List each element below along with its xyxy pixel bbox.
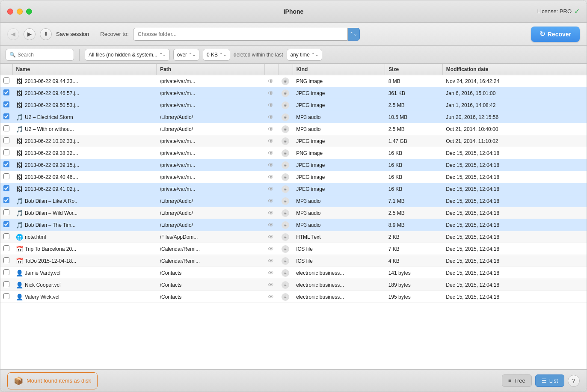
col-header-size[interactable]: Size [385, 64, 443, 75]
download-button[interactable]: ⬇ [40, 28, 52, 40]
row-checkbox[interactable] [3, 221, 9, 227]
hash-icon[interactable]: # [282, 221, 289, 229]
preview-icon[interactable]: 👁 [268, 282, 274, 288]
row-date: Dec 15, 2015, 12:04:18 [442, 219, 587, 231]
hash-icon[interactable]: # [282, 173, 289, 181]
tree-icon: ≡ [508, 377, 512, 384]
preview-icon[interactable]: 👁 [268, 294, 274, 300]
forward-button[interactable]: ▶ [24, 28, 36, 40]
preview-icon[interactable]: 👁 [268, 150, 274, 157]
size-filter[interactable]: over ⌃⌄ [173, 49, 199, 61]
row-path: /private/var/m... [157, 87, 264, 99]
save-session-button[interactable]: Save session [56, 31, 89, 37]
file-type-filter[interactable]: All files (no hidden & system... ⌃⌄ [85, 49, 170, 61]
preview-icon[interactable]: 👁 [268, 246, 274, 252]
preview-icon[interactable]: 👁 [268, 174, 274, 181]
hash-icon[interactable]: # [282, 149, 289, 157]
recover-button[interactable]: ↻ Recover [531, 27, 580, 42]
row-checkbox[interactable] [3, 89, 9, 95]
row-checkbox[interactable] [3, 281, 9, 287]
hash-icon[interactable]: # [282, 89, 289, 97]
preview-icon[interactable]: 👁 [268, 90, 274, 97]
help-button[interactable]: ? [568, 375, 580, 387]
row-checkbox[interactable] [3, 149, 9, 155]
size-value-filter[interactable]: 0 KB ⌃⌄ [203, 49, 230, 61]
folder-arrow-button[interactable]: ⌃⌄ [348, 28, 360, 41]
hash-icon[interactable]: # [282, 245, 289, 253]
preview-icon[interactable]: 👁 [268, 78, 274, 85]
preview-icon[interactable]: 👁 [268, 198, 274, 205]
preview-icon[interactable]: 👁 [268, 138, 274, 145]
row-path: /Library/Audio/ [157, 207, 264, 219]
hash-icon[interactable]: # [282, 101, 289, 109]
row-checkbox[interactable] [3, 233, 9, 239]
row-checkbox[interactable] [3, 293, 9, 299]
tree-view-button[interactable]: ≡ Tree [502, 374, 532, 387]
row-kind: JPEG image [293, 87, 385, 99]
list-view-button[interactable]: ☰ List [535, 374, 564, 387]
row-hash-cell: # [278, 231, 293, 243]
col-header-name[interactable]: Name [12, 64, 157, 75]
row-checkbox[interactable] [3, 245, 9, 251]
preview-icon[interactable]: 👁 [268, 234, 274, 241]
hash-icon[interactable]: # [282, 209, 289, 217]
col-header-date[interactable]: Modification date [442, 64, 587, 75]
row-checkbox[interactable] [3, 209, 9, 215]
row-name: 🎵 Bob Dilan – Like A Ro... [12, 195, 157, 207]
preview-icon[interactable]: 👁 [268, 270, 274, 276]
hash-icon[interactable]: # [282, 233, 289, 241]
row-checkbox[interactable] [3, 197, 9, 203]
hash-icon[interactable]: # [282, 137, 289, 145]
preview-icon[interactable]: 👁 [268, 114, 274, 121]
row-checkbox[interactable] [3, 269, 9, 275]
preview-icon[interactable]: 👁 [268, 102, 274, 109]
row-checkbox[interactable] [3, 161, 9, 167]
hash-icon[interactable]: # [282, 185, 289, 193]
hash-icon[interactable]: # [282, 161, 289, 169]
hash-icon[interactable]: # [282, 197, 289, 205]
table-row: 👤 Nick Cooper.vcf/Contacts👁#electronic b… [0, 279, 587, 291]
row-hash-cell: # [278, 159, 293, 171]
preview-icon[interactable]: 👁 [268, 126, 274, 133]
row-checkbox-cell [0, 195, 12, 207]
preview-icon[interactable]: 👁 [268, 210, 274, 217]
time-filter[interactable]: any time ⌃⌄ [287, 49, 322, 61]
preview-icon[interactable]: 👁 [268, 258, 274, 264]
view-toggle: ≡ Tree ☰ List ? [502, 374, 580, 387]
hash-icon[interactable]: # [282, 281, 289, 289]
minimize-button[interactable] [17, 9, 23, 15]
maximize-button[interactable] [26, 9, 32, 15]
row-checkbox[interactable] [3, 113, 9, 119]
row-size: 2.5 MB [385, 123, 443, 135]
forward-icon: ▶ [27, 31, 32, 37]
row-checkbox[interactable] [3, 185, 9, 191]
hash-icon[interactable]: # [282, 77, 289, 85]
row-checkbox[interactable] [3, 173, 9, 179]
col-header-path[interactable]: Path [157, 64, 264, 75]
row-date: Dec 15, 2015, 12:04:18 [442, 195, 587, 207]
mount-disk-button[interactable]: 📦 Mount found items as disk [7, 372, 98, 389]
search-input[interactable] [18, 52, 60, 58]
folder-input[interactable] [133, 28, 348, 41]
size-value-arrow-icon: ⌃⌄ [219, 52, 226, 57]
preview-icon[interactable]: 👁 [268, 186, 274, 193]
preview-icon[interactable]: 👁 [268, 222, 274, 229]
back-button[interactable]: ◀ [7, 28, 19, 40]
row-checkbox[interactable] [3, 125, 9, 131]
close-button[interactable] [7, 9, 13, 15]
row-checkbox-cell [0, 171, 12, 183]
hash-icon[interactable]: # [282, 269, 289, 277]
row-checkbox[interactable] [3, 137, 9, 143]
hash-icon[interactable]: # [282, 257, 289, 265]
folder-selector: ⌃⌄ [133, 28, 360, 41]
row-checkbox[interactable] [3, 77, 9, 83]
hash-icon[interactable]: # [282, 113, 289, 121]
row-kind: ICS file [293, 243, 385, 255]
col-header-kind[interactable]: Kind [293, 64, 385, 75]
row-checkbox[interactable] [3, 101, 9, 107]
file-table-container: Name Path Kind Size Modification date 🖼 … [0, 64, 587, 369]
hash-icon[interactable]: # [282, 293, 289, 301]
row-checkbox[interactable] [3, 257, 9, 263]
preview-icon[interactable]: 👁 [268, 162, 274, 169]
hash-icon[interactable]: # [282, 125, 289, 133]
